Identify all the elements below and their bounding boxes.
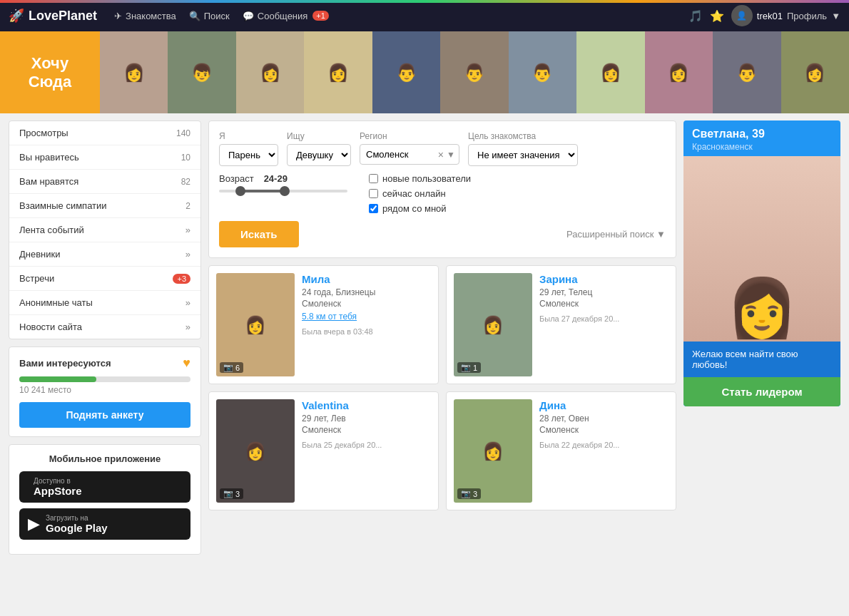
leader-photo[interactable]: 👩 [683,156,840,342]
chk-new-users: новые пользователи [369,173,471,184]
gplay-small: Загрузить на [46,514,108,522]
user-profile[interactable]: 👤 trek01 Профиль ▼ [731,5,840,26]
interest-bar-fill [19,376,96,382]
strip-photo-4[interactable]: 👩 [304,31,372,113]
strip-photo-5[interactable]: 👨 [372,31,440,113]
menu-diaries[interactable]: Дневники » [9,242,200,267]
select-i[interactable]: Парень [219,144,278,166]
profile-last-0: Была вчера в 03:48 [302,327,431,336]
lift-button[interactable]: Поднять анкету [19,402,190,428]
appstore-button[interactable]: Доступно в AppStore [19,471,190,503]
age-row: Возраст 24-29 [219,173,347,184]
logo[interactable]: 🚀 LovePlanet [9,8,97,24]
strip-photo-2[interactable]: 👦 [168,31,235,113]
search-field-i: Я Парень [219,131,278,166]
message-badge: +1 [312,11,329,21]
nav-znakoms[interactable]: ✈ Знакомства [114,11,176,21]
strip-photo-3[interactable]: 👩 [236,31,304,113]
profile-card-0[interactable]: 👩 📷 6 Мила 24 года, Близнецы Смоленск 5.… [208,265,439,384]
photo-strip-photos: 👩 👦 👩 👩 👨 👨 👨 👩 👩 👨 👩 [100,31,849,113]
menu-feed[interactable]: Лента событий » [9,218,200,242]
menu-likes-you[interactable]: Вы нравитесь 10 [9,145,200,170]
interest-section: Вами интересуются ♥ 10 241 место Поднять… [9,347,200,436]
profile-meta-1: 29 лет, Телец [539,287,668,297]
camera-icon-0: 📷 [223,363,233,372]
label-region: Регион [360,131,459,141]
header-nav: ✈ Знакомства 🔍 Поиск 💬 Сообщения +1 [114,11,688,21]
select-goal[interactable]: Не имеет значения [468,144,578,166]
label-goal: Цель знакомства [468,131,578,141]
music-icon[interactable]: 🎵 [688,9,703,23]
chk-nearby-input[interactable] [369,204,378,213]
region-input[interactable] [360,144,459,165]
profile-name-3[interactable]: Дина [539,399,668,411]
profile-name-2[interactable]: Valentina [302,399,431,411]
profile-card-1[interactable]: 👩 📷 1 Зарина 29 лет, Телец Смоленск Была… [446,265,676,384]
strip-photo-11[interactable]: 👩 [781,31,849,113]
search-button[interactable]: Искать [219,221,299,247]
region-clear-icon[interactable]: × [438,149,444,160]
header-right: 🎵 ⭐ 👤 trek01 Профиль ▼ [688,5,840,26]
nav-poisk[interactable]: 🔍 Поиск [189,11,230,21]
sidebar-right: Светлана, 39 Краснокаменск 👩 Желаю всем … [683,120,840,562]
strip-photo-8[interactable]: 👩 [576,31,644,113]
interest-title-text: Вами интересуются [19,358,111,369]
profile-meta-3: 28 лет, Овен [539,414,668,423]
region-wrap: × ▼ [360,144,459,165]
profile-dist-0[interactable]: 5.8 км от тебя [302,312,431,322]
menu-meetings[interactable]: Встречи +3 [9,267,200,291]
interest-bar-bg [19,376,190,382]
profile-photo-1: 👩 📷 1 [454,273,532,376]
photo-count-2: 📷 3 [220,488,243,499]
mobile-title: Мобильное приложение [19,453,190,464]
menu-mutual[interactable]: Взаимные симпатии 2 [9,194,200,218]
username: trek01 [757,11,783,21]
profile-card-2[interactable]: 👩 📷 3 Valentina 29 лет, Лев Смоленск Был… [208,391,439,510]
nav-messages[interactable]: 💬 Сообщения +1 [243,11,329,21]
chk-online-input[interactable] [369,189,378,198]
age-section: Возраст 24-29 [219,173,347,198]
leader-name[interactable]: Светлана, 39 [683,120,840,142]
chevron-down-icon: ▼ [831,11,840,21]
top-wave [0,0,849,3]
age-slider[interactable] [219,184,347,198]
strip-photo-10[interactable]: 👨 [713,31,781,113]
leader-card: Светлана, 39 Краснокаменск 👩 Желаю всем … [683,120,840,406]
age-handle-left[interactable] [235,186,245,196]
star-icon[interactable]: ⭐ [710,9,724,23]
menu-anon-chat[interactable]: Анонимные чаты » [9,291,200,315]
chk-new-input[interactable] [369,174,378,183]
profile-name-1[interactable]: Зарина [539,273,668,285]
profile-city-2: Смоленск [302,425,431,435]
profile-photo-3: 👩 📷 3 [454,399,532,503]
leader-photo-placeholder: 👩 [683,156,840,342]
mobile-section: Мобильное приложение Доступно в AppStore… [9,445,200,554]
profile-last-1: Была 27 декабря 20... [539,314,668,323]
gplay-button[interactable]: ▶ Загрузить на Google Play [19,508,190,540]
strip-photo-1[interactable]: 👩 [100,31,168,113]
avatar: 👤 [731,5,753,26]
region-arrow-icon: ▼ [447,150,455,160]
chk-nearby-label: рядом со мной [382,203,447,214]
search-field-region: Регион × ▼ [360,131,459,165]
menu-news[interactable]: Новости сайта » [9,315,200,339]
chk-online-label: сейчас онлайн [382,188,446,199]
strip-photo-9[interactable]: 👩 [645,31,713,113]
select-seek[interactable]: Девушку [287,144,351,166]
menu-views[interactable]: Просмотры 140 [9,121,200,145]
profile-last-2: Была 25 декабря 20... [302,441,431,449]
become-leader-button[interactable]: Стать лидером [683,377,840,406]
strip-photo-7[interactable]: 👨 [509,31,576,113]
want-here-button[interactable]: Хочу Сюда [0,31,100,113]
advanced-search-link[interactable]: Расширенный поиск ▼ [566,229,666,240]
profile-name-0[interactable]: Мила [302,273,431,285]
profile-card-3[interactable]: 👩 📷 3 Дина 28 лет, Овен Смоленск Была 22… [446,391,676,510]
search-field-seek: Ищу Девушку [287,131,351,166]
age-handle-right[interactable] [280,186,290,196]
strip-photo-6[interactable]: 👨 [440,31,508,113]
center-col: Я Парень Ищу Девушку Регион × [208,120,676,562]
gplay-big: Google Play [46,522,108,534]
leader-city: Краснокаменск [683,142,840,156]
menu-you-like[interactable]: Вам нравятся 82 [9,170,200,194]
leader-quote: Желаю всем найти свою любовь! [683,342,840,377]
